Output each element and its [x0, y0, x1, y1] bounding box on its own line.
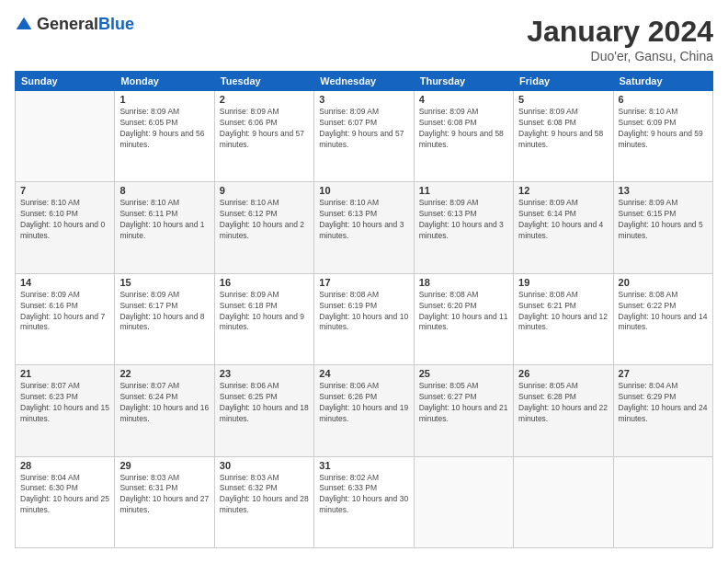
weekday-header-tuesday: Tuesday — [214, 72, 313, 91]
day-info: Sunrise: 8:10 AMSunset: 6:11 PMDaylight:… — [119, 198, 209, 242]
calendar-cell: 14Sunrise: 8:09 AMSunset: 6:16 PMDayligh… — [16, 273, 115, 364]
weekday-header-monday: Monday — [115, 72, 214, 91]
logo: GeneralBlue — [15, 15, 134, 34]
day-number: 26 — [518, 368, 608, 379]
day-number: 28 — [20, 460, 109, 471]
calendar-cell: 28Sunrise: 8:04 AMSunset: 6:30 PMDayligh… — [16, 456, 115, 547]
day-info: Sunrise: 8:03 AMSunset: 6:31 PMDaylight:… — [119, 473, 209, 517]
day-info: Sunrise: 8:05 AMSunset: 6:28 PMDaylight:… — [518, 381, 608, 425]
calendar-cell: 24Sunrise: 8:06 AMSunset: 6:26 PMDayligh… — [314, 365, 414, 456]
calendar-cell: 10Sunrise: 8:10 AMSunset: 6:13 PMDayligh… — [314, 182, 414, 273]
weekday-header-thursday: Thursday — [414, 72, 513, 91]
calendar-cell: 17Sunrise: 8:08 AMSunset: 6:19 PMDayligh… — [314, 273, 414, 364]
day-info: Sunrise: 8:09 AMSunset: 6:05 PMDaylight:… — [119, 107, 209, 151]
day-info: Sunrise: 8:09 AMSunset: 6:15 PMDaylight:… — [619, 198, 708, 242]
day-info: Sunrise: 8:07 AMSunset: 6:23 PMDaylight:… — [20, 381, 109, 425]
page: GeneralBlue January 2024 Duo'er, Gansu, … — [0, 0, 728, 563]
day-number: 16 — [220, 277, 309, 288]
day-info: Sunrise: 8:08 AMSunset: 6:21 PMDaylight:… — [518, 290, 608, 334]
day-number: 29 — [119, 460, 209, 471]
day-info: Sunrise: 8:08 AMSunset: 6:20 PMDaylight:… — [419, 290, 508, 334]
day-info: Sunrise: 8:04 AMSunset: 6:29 PMDaylight:… — [619, 381, 708, 425]
day-info: Sunrise: 8:10 AMSunset: 6:12 PMDaylight:… — [220, 198, 309, 242]
day-info: Sunrise: 8:07 AMSunset: 6:24 PMDaylight:… — [119, 381, 209, 425]
day-number: 10 — [319, 185, 408, 196]
day-number: 7 — [20, 185, 109, 196]
calendar-week-row: 28Sunrise: 8:04 AMSunset: 6:30 PMDayligh… — [16, 456, 713, 547]
calendar-week-row: 1Sunrise: 8:09 AMSunset: 6:05 PMDaylight… — [16, 91, 713, 182]
calendar-cell: 3Sunrise: 8:09 AMSunset: 6:07 PMDaylight… — [314, 91, 414, 182]
title-section: January 2024 Duo'er, Gansu, China — [527, 15, 713, 63]
calendar-table: SundayMondayTuesdayWednesdayThursdayFrid… — [15, 71, 713, 548]
day-info: Sunrise: 8:02 AMSunset: 6:33 PMDaylight:… — [319, 473, 408, 517]
day-number: 6 — [619, 94, 708, 105]
day-info: Sunrise: 8:10 AMSunset: 6:10 PMDaylight:… — [20, 198, 109, 242]
day-number: 12 — [518, 185, 608, 196]
header: GeneralBlue January 2024 Duo'er, Gansu, … — [15, 15, 713, 63]
day-info: Sunrise: 8:09 AMSunset: 6:13 PMDaylight:… — [419, 198, 508, 242]
calendar-cell — [16, 91, 115, 182]
logo-general: GeneralBlue — [37, 15, 134, 34]
calendar-cell: 25Sunrise: 8:05 AMSunset: 6:27 PMDayligh… — [414, 365, 513, 456]
calendar-cell: 18Sunrise: 8:08 AMSunset: 6:20 PMDayligh… — [414, 273, 513, 364]
calendar-cell: 6Sunrise: 8:10 AMSunset: 6:09 PMDaylight… — [613, 91, 712, 182]
weekday-header-wednesday: Wednesday — [314, 72, 414, 91]
calendar-cell: 1Sunrise: 8:09 AMSunset: 6:05 PMDaylight… — [115, 91, 214, 182]
weekday-header-friday: Friday — [514, 72, 613, 91]
calendar-cell — [414, 456, 513, 547]
day-number: 21 — [20, 368, 109, 379]
calendar-cell: 23Sunrise: 8:06 AMSunset: 6:25 PMDayligh… — [214, 365, 313, 456]
day-number: 11 — [419, 185, 508, 196]
day-number: 3 — [319, 94, 408, 105]
calendar-cell: 16Sunrise: 8:09 AMSunset: 6:18 PMDayligh… — [214, 273, 313, 364]
weekday-header-saturday: Saturday — [613, 72, 712, 91]
day-number: 22 — [119, 368, 209, 379]
calendar-cell — [613, 456, 712, 547]
calendar-cell: 13Sunrise: 8:09 AMSunset: 6:15 PMDayligh… — [613, 182, 712, 273]
location: Duo'er, Gansu, China — [527, 49, 713, 63]
day-number: 4 — [419, 94, 508, 105]
day-number: 18 — [419, 277, 508, 288]
calendar-cell: 12Sunrise: 8:09 AMSunset: 6:14 PMDayligh… — [514, 182, 613, 273]
calendar-cell: 20Sunrise: 8:08 AMSunset: 6:22 PMDayligh… — [613, 273, 712, 364]
calendar-cell — [514, 456, 613, 547]
day-number: 30 — [220, 460, 309, 471]
calendar-cell: 26Sunrise: 8:05 AMSunset: 6:28 PMDayligh… — [514, 365, 613, 456]
day-number: 15 — [119, 277, 209, 288]
calendar-week-row: 21Sunrise: 8:07 AMSunset: 6:23 PMDayligh… — [16, 365, 713, 456]
day-info: Sunrise: 8:05 AMSunset: 6:27 PMDaylight:… — [419, 381, 508, 425]
calendar-week-row: 14Sunrise: 8:09 AMSunset: 6:16 PMDayligh… — [16, 273, 713, 364]
day-number: 9 — [220, 185, 309, 196]
calendar-cell: 7Sunrise: 8:10 AMSunset: 6:10 PMDaylight… — [16, 182, 115, 273]
calendar-cell: 27Sunrise: 8:04 AMSunset: 6:29 PMDayligh… — [613, 365, 712, 456]
day-number: 13 — [619, 185, 708, 196]
day-info: Sunrise: 8:03 AMSunset: 6:32 PMDaylight:… — [220, 473, 309, 517]
day-number: 2 — [220, 94, 309, 105]
day-number: 23 — [220, 368, 309, 379]
logo-icon — [15, 16, 33, 34]
day-number: 8 — [119, 185, 209, 196]
day-number: 24 — [319, 368, 408, 379]
day-number: 1 — [119, 94, 209, 105]
day-number: 5 — [518, 94, 608, 105]
calendar-cell: 29Sunrise: 8:03 AMSunset: 6:31 PMDayligh… — [115, 456, 214, 547]
day-info: Sunrise: 8:09 AMSunset: 6:07 PMDaylight:… — [319, 107, 408, 151]
calendar-cell: 5Sunrise: 8:09 AMSunset: 6:08 PMDaylight… — [514, 91, 613, 182]
day-info: Sunrise: 8:08 AMSunset: 6:19 PMDaylight:… — [319, 290, 408, 334]
day-info: Sunrise: 8:09 AMSunset: 6:08 PMDaylight:… — [419, 107, 508, 151]
day-number: 20 — [619, 277, 708, 288]
calendar-cell: 2Sunrise: 8:09 AMSunset: 6:06 PMDaylight… — [214, 91, 313, 182]
svg-marker-0 — [17, 17, 32, 29]
day-info: Sunrise: 8:09 AMSunset: 6:16 PMDaylight:… — [20, 290, 109, 334]
calendar-cell: 11Sunrise: 8:09 AMSunset: 6:13 PMDayligh… — [414, 182, 513, 273]
calendar-cell: 15Sunrise: 8:09 AMSunset: 6:17 PMDayligh… — [115, 273, 214, 364]
weekday-header-row: SundayMondayTuesdayWednesdayThursdayFrid… — [16, 72, 713, 91]
calendar-cell: 31Sunrise: 8:02 AMSunset: 6:33 PMDayligh… — [314, 456, 414, 547]
day-number: 27 — [619, 368, 708, 379]
day-number: 14 — [20, 277, 109, 288]
day-info: Sunrise: 8:08 AMSunset: 6:22 PMDaylight:… — [619, 290, 708, 334]
day-info: Sunrise: 8:09 AMSunset: 6:18 PMDaylight:… — [220, 290, 309, 334]
calendar-cell: 8Sunrise: 8:10 AMSunset: 6:11 PMDaylight… — [115, 182, 214, 273]
day-number: 25 — [419, 368, 508, 379]
calendar-cell: 30Sunrise: 8:03 AMSunset: 6:32 PMDayligh… — [214, 456, 313, 547]
